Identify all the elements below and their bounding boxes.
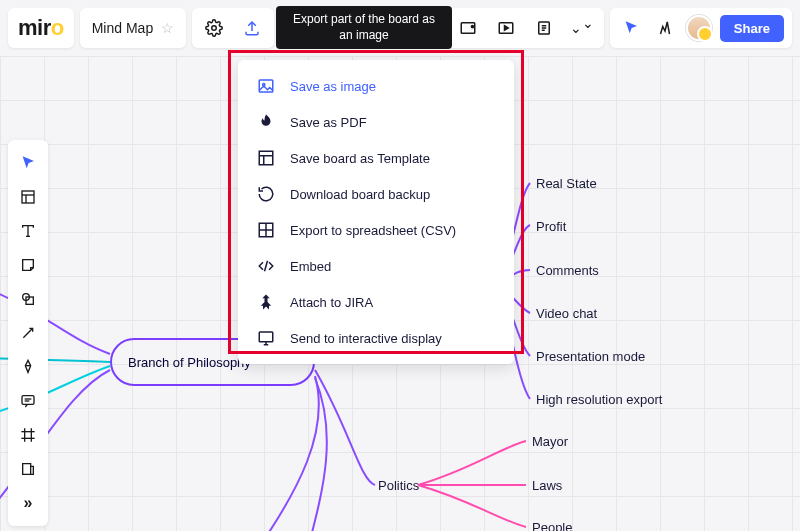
mindmap-node-politics[interactable]: Politics [378,478,419,493]
export-item-jira[interactable]: Attach to JIRA [238,284,514,320]
export-tooltip: Export part of the board as an image [276,6,452,49]
mindmap-leaf[interactable]: Video chat [536,306,597,321]
mindmap-leaf[interactable]: Profit [536,219,566,234]
board-title-card[interactable]: Mind Map ☆ [80,8,186,48]
mindmap-leaf[interactable]: People [532,520,572,531]
image-icon [256,76,276,96]
export-item-label: Download board backup [290,187,430,202]
shape-tool[interactable] [12,283,44,315]
display-icon [256,328,276,348]
left-toolbar: » [8,140,48,526]
root-label: Branch of Philosophy [128,355,251,370]
jira-icon [256,292,276,312]
svg-rect-28 [259,151,273,165]
pdf-icon [256,112,276,132]
export-item-label: Send to interactive display [290,331,442,346]
frame-button[interactable] [450,10,486,46]
export-item-label: Export to spreadsheet (CSV) [290,223,456,238]
svg-line-34 [265,261,268,272]
mindmap-leaf[interactable]: Comments [536,263,599,278]
logo[interactable]: miro [8,8,74,48]
text-tool[interactable] [12,215,44,247]
export-item-save-image[interactable]: Save as image [238,68,514,104]
export-button[interactable] [234,10,270,46]
export-item-download-backup[interactable]: Download board backup [238,176,514,212]
export-item-interactive-display[interactable]: Send to interactive display [238,320,514,356]
svg-line-17 [23,328,32,337]
line-tool[interactable] [12,317,44,349]
right-cluster: ⌄⌄ Share [446,8,792,48]
mindmap-leaf[interactable]: Mayor [532,434,568,449]
mindmap-leaf[interactable]: Real State [536,176,597,191]
export-item-csv[interactable]: Export to spreadsheet (CSV) [238,212,514,248]
svg-marker-5 [504,26,508,31]
export-item-embed[interactable]: Embed [238,248,514,284]
template-tool[interactable] [12,181,44,213]
export-item-label: Attach to JIRA [290,295,373,310]
card-tool[interactable] [12,453,44,485]
more-tools-button[interactable]: » [12,487,44,519]
share-button[interactable]: Share [720,15,784,42]
more-apps-button[interactable]: ⌄⌄ [564,10,600,46]
backup-icon [256,184,276,204]
mindmap-leaf[interactable]: Presentation mode [536,349,645,364]
export-item-label: Save board as Template [290,151,430,166]
notes-button[interactable] [526,10,562,46]
export-item-label: Save as PDF [290,115,367,130]
star-icon[interactable]: ☆ [161,20,174,36]
svg-point-3 [471,25,473,27]
spreadsheet-icon [256,220,276,240]
share-card: Share [610,8,792,48]
cursor-indicator-icon[interactable] [618,10,644,46]
avatar[interactable] [686,15,712,41]
sticky-tool[interactable] [12,249,44,281]
export-item-label: Save as image [290,79,376,94]
logo-text: miro [18,15,64,41]
board-actions-card [192,8,274,48]
embed-icon [256,256,276,276]
view-tools-card: ⌄⌄ [446,8,604,48]
pen-tool[interactable] [12,351,44,383]
export-item-label: Embed [290,259,331,274]
svg-rect-35 [259,332,273,342]
comment-tool[interactable] [12,385,44,417]
select-tool[interactable] [12,147,44,179]
mindmap-leaf[interactable]: Laws [532,478,562,493]
svg-rect-19 [22,396,34,405]
template-icon [256,148,276,168]
export-item-save-pdf[interactable]: Save as PDF [238,104,514,140]
reactions-button[interactable] [652,10,678,46]
mindmap-leaf[interactable]: High resolution export [536,392,662,407]
export-menu: Save as image Save as PDF Save board as … [238,60,514,364]
frame-tool[interactable] [12,419,44,451]
board-title: Mind Map [92,20,153,36]
export-item-save-template[interactable]: Save board as Template [238,140,514,176]
svg-rect-26 [259,80,273,92]
presentation-button[interactable] [488,10,524,46]
svg-rect-10 [22,191,34,203]
settings-button[interactable] [196,10,232,46]
svg-point-0 [212,26,217,31]
